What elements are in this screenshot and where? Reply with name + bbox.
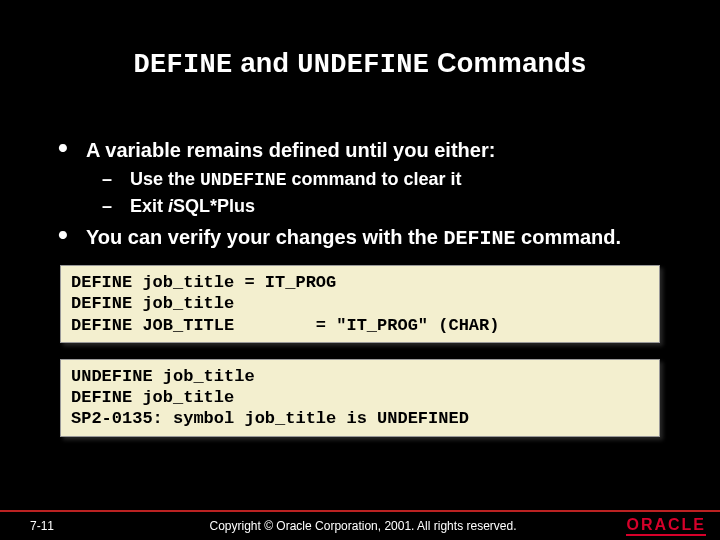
b2-pre: You can verify your changes with the — [86, 226, 444, 248]
footer: 7-11 Copyright © Oracle Corporation, 200… — [0, 510, 720, 540]
code-block-2: UNDEFINE job_title DEFINE job_title SP2-… — [60, 359, 660, 437]
title-define: DEFINE — [134, 50, 233, 80]
bullet-2: • You can verify your changes with the D… — [58, 225, 662, 251]
bullet-1-text: A variable remains defined until you eit… — [86, 138, 495, 163]
oracle-logo: ORACLE — [596, 516, 720, 536]
title-and: and — [233, 48, 298, 78]
sub1a-pre: Use the — [130, 169, 200, 189]
dash-icon: – — [102, 196, 130, 217]
code-block-1: DEFINE job_title = IT_PROG DEFINE job_ti… — [60, 265, 660, 343]
sub1b-pre: Exit — [130, 196, 168, 216]
sub1a-post: command to clear it — [286, 169, 461, 189]
dash-icon: – — [102, 169, 130, 190]
slide: DEFINE and UNDEFINE Commands • A variabl… — [0, 0, 720, 540]
subbullet-1b: – Exit iSQL*Plus — [102, 196, 662, 217]
bullet-1: • A variable remains defined until you e… — [58, 138, 662, 163]
sub1a-mono: UNDEFINE — [200, 170, 286, 190]
title-commands: Commands — [429, 48, 586, 78]
subbullet-1a-text: Use the UNDEFINE command to clear it — [130, 169, 462, 190]
title-undefine: UNDEFINE — [297, 50, 429, 80]
subbullet-1b-text: Exit iSQL*Plus — [130, 196, 255, 217]
slide-body: • A variable remains defined until you e… — [0, 80, 720, 251]
b2-mono: DEFINE — [444, 227, 516, 250]
sub1b-post: SQL*Plus — [173, 196, 255, 216]
subbullet-1a: – Use the UNDEFINE command to clear it — [102, 169, 662, 190]
bullet-icon: • — [58, 138, 86, 158]
b2-post: command. — [516, 226, 622, 248]
page-number: 7-11 — [0, 519, 130, 533]
copyright-text: Copyright © Oracle Corporation, 2001. Al… — [130, 519, 596, 533]
oracle-logo-text: ORACLE — [626, 517, 706, 536]
bullet-icon: • — [58, 225, 86, 245]
bullet-2-text: You can verify your changes with the DEF… — [86, 225, 621, 251]
slide-title: DEFINE and UNDEFINE Commands — [0, 0, 720, 80]
